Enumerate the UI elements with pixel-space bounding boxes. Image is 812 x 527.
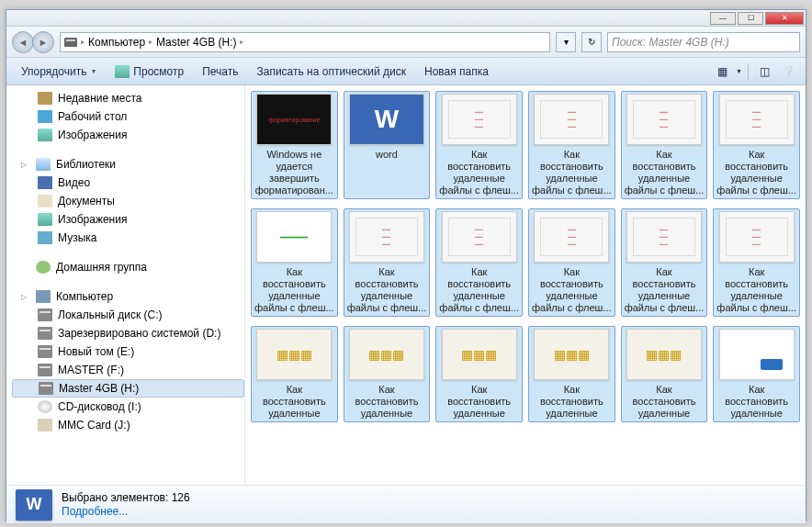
file-item[interactable]: Windows не удается завершить форматирова…	[251, 91, 338, 199]
sidebar: Недавние места Рабочий стол Изображения …	[6, 85, 245, 485]
pictures-icon	[38, 129, 52, 141]
sidebar-libraries[interactable]: ▷Библиотеки	[12, 155, 244, 174]
toolbar: Упорядочить▼ Просмотр Печать Записать на…	[6, 58, 806, 85]
organize-label: Упорядочить	[21, 65, 86, 78]
homegroup-icon	[36, 261, 51, 274]
sidebar-cddrive[interactable]: CD-дисковод (I:)	[12, 398, 244, 416]
newfolder-button[interactable]: Новая папка	[417, 62, 496, 81]
file-item[interactable]: Как восстановить удаленные файлы с флеш.…	[713, 208, 800, 317]
drive-icon	[38, 327, 52, 340]
thumbnail	[719, 94, 795, 145]
file-caption: Как восстановить удаленные	[531, 384, 613, 420]
sidebar-images2[interactable]: Изображения	[12, 210, 244, 229]
address-bar[interactable]: ▸ Компьютер ▸ Master 4GB (H:) ▸	[60, 32, 550, 52]
content-pane: Windows не удается завершить форматирова…	[245, 85, 806, 485]
sidebar-masterh[interactable]: Master 4GB (H:)	[12, 379, 244, 398]
sidebar-localc[interactable]: Локальный диск (C:)	[12, 306, 244, 324]
file-item[interactable]: Как восстановить удаленные файлы с флеш.…	[528, 208, 615, 317]
thumbnail	[626, 329, 702, 380]
file-caption: Как восстановить удаленные файлы с флеш.…	[716, 149, 797, 196]
drive-icon	[38, 345, 52, 358]
file-item[interactable]: Как восстановить удаленные	[251, 326, 338, 422]
file-item[interactable]: Как восстановить удаленные	[344, 326, 431, 422]
sidebar-documents[interactable]: Документы	[12, 192, 244, 210]
search-input[interactable]: Поиск: Master 4GB (H:)	[607, 32, 800, 52]
maximize-button[interactable]	[738, 12, 763, 25]
address-dropdown-button[interactable]: ▾	[556, 32, 576, 52]
recent-icon	[38, 92, 52, 105]
drive-icon	[64, 38, 77, 47]
file-item[interactable]: Как восстановить удаленные файлы с флеш.…	[435, 208, 523, 317]
libraries-icon	[36, 158, 51, 171]
thumbnail	[719, 329, 795, 380]
sidebar-mmc[interactable]: MMC Card (J:)	[12, 416, 244, 434]
sidebar-masterf[interactable]: MASTER (F:)	[12, 361, 244, 379]
sidebar-images[interactable]: Изображения	[12, 126, 244, 144]
file-item[interactable]: Как восстановить удаленные файлы с флеш.…	[713, 91, 800, 199]
computer-icon	[36, 290, 51, 303]
sidebar-computer[interactable]: ▷Компьютер	[12, 287, 244, 306]
sidebar-reserved[interactable]: Зарезервировано системой (D:)	[12, 324, 244, 342]
preview-pane-button[interactable]: ◫	[754, 62, 774, 81]
file-caption: Как восстановить удаленные файлы с флеш.…	[346, 266, 428, 314]
preview-icon	[115, 65, 130, 78]
file-item[interactable]: word	[344, 91, 431, 199]
file-item[interactable]: Как восстановить удаленные файлы с флеш.…	[621, 91, 708, 199]
forward-button[interactable]: ►	[32, 31, 54, 53]
file-caption: Как восстановить удаленные файлы с флеш.…	[438, 266, 520, 314]
breadcrumb-current[interactable]: Master 4GB (H:)	[156, 36, 236, 49]
view-button[interactable]: ▦	[712, 62, 732, 81]
sidebar-recent[interactable]: Недавние места	[12, 89, 244, 107]
thumbnail	[626, 211, 702, 263]
thumbnail	[442, 211, 517, 263]
file-caption: Как восстановить удаленные	[346, 384, 428, 420]
chevron-icon: ▸	[149, 38, 152, 46]
pictures-icon	[38, 213, 52, 226]
refresh-button[interactable]: ↻	[581, 32, 602, 52]
file-item[interactable]: Как восстановить удаленные	[528, 326, 615, 422]
sidebar-music[interactable]: Музыка	[12, 229, 244, 247]
selection-count: Выбрано элементов: 126	[62, 491, 190, 505]
sidebar-video[interactable]: Видео	[12, 174, 244, 192]
nav-bar: ◄ ► ▸ Компьютер ▸ Master 4GB (H:) ▸ ▾ ↻ …	[6, 27, 806, 58]
file-item[interactable]: Как восстановить удаленные файлы с флеш.…	[251, 208, 338, 317]
sidebar-newvol[interactable]: Новый том (E:)	[12, 342, 244, 361]
minimize-button[interactable]	[710, 12, 736, 25]
sidebar-desktop[interactable]: Рабочий стол	[12, 107, 244, 126]
file-caption: Как восстановить удаленные	[716, 384, 797, 420]
sidebar-homegroup[interactable]: Домашняя группа	[12, 258, 244, 276]
chevron-icon: ▸	[240, 38, 243, 46]
file-item[interactable]: Как восстановить удаленные файлы с флеш.…	[528, 91, 615, 199]
file-item[interactable]: Как восстановить удаленные	[713, 326, 800, 422]
documents-icon	[38, 195, 52, 207]
print-label: Печать	[202, 65, 238, 78]
thumbnail	[442, 94, 517, 145]
close-button[interactable]	[765, 12, 804, 25]
file-item[interactable]: Как восстановить удаленные файлы с флеш.…	[435, 91, 523, 199]
burn-button[interactable]: Записать на оптический диск	[249, 62, 413, 81]
file-caption: Как восстановить удаленные файлы с флеш.…	[531, 266, 613, 314]
word-icon: W	[16, 489, 52, 521]
more-link[interactable]: Подробнее...	[62, 505, 128, 518]
thumbnail	[626, 94, 702, 145]
details-pane: W Выбрано элементов: 126 Подробнее...	[6, 485, 806, 523]
thumbnail	[349, 329, 424, 380]
file-item[interactable]: Как восстановить удаленные	[621, 326, 708, 422]
cd-icon	[38, 400, 52, 413]
file-caption: Как восстановить удаленные файлы с флеш.…	[531, 149, 613, 196]
print-button[interactable]: Печать	[195, 62, 245, 81]
newfolder-label: Новая папка	[424, 65, 489, 78]
file-caption: Windows не удается завершить форматирова…	[254, 149, 335, 196]
back-button[interactable]: ◄	[12, 31, 34, 53]
breadcrumb-root[interactable]: Компьютер	[88, 36, 145, 49]
organize-menu[interactable]: Упорядочить▼	[14, 62, 104, 81]
file-caption: Как восстановить удаленные файлы с флеш.…	[438, 149, 520, 196]
file-caption: Как восстановить удаленные файлы с флеш.…	[716, 266, 797, 314]
titlebar	[6, 10, 806, 27]
file-item[interactable]: Как восстановить удаленные	[435, 326, 523, 422]
file-caption: Как восстановить удаленные файлы с флеш.…	[624, 266, 705, 314]
help-button[interactable]: ❔	[778, 62, 798, 81]
file-item[interactable]: Как восстановить удаленные файлы с флеш.…	[621, 208, 708, 317]
file-item[interactable]: Как восстановить удаленные файлы с флеш.…	[344, 208, 431, 317]
preview-button[interactable]: Просмотр	[107, 62, 191, 81]
